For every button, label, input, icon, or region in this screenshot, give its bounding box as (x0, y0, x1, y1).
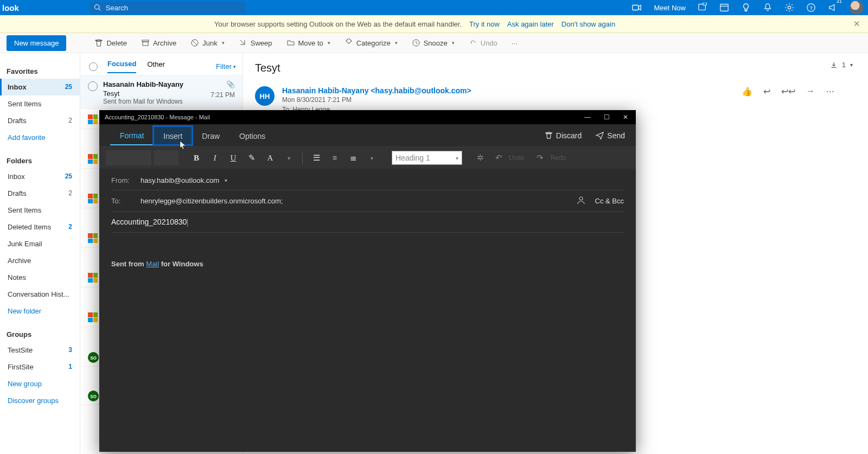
tab-options[interactable]: Options (229, 126, 275, 145)
ask-later-link[interactable]: Ask again later (507, 20, 554, 28)
groups-header[interactable]: Groups (0, 327, 80, 342)
tab-other[interactable]: Other (147, 60, 165, 73)
discover-groups[interactable]: Discover groups (0, 392, 80, 409)
tab-focused[interactable]: Focused (107, 60, 136, 73)
highlight-button[interactable]: ✎ (244, 150, 260, 166)
bullet-list-button[interactable]: ☰ (308, 150, 324, 166)
subject-field[interactable]: Accounting_20210830 (111, 212, 624, 233)
number-list-button[interactable]: ≡ (327, 150, 343, 166)
ms-logo-icon (88, 273, 98, 283)
align-button[interactable]: ≣ (345, 150, 361, 166)
like-icon[interactable]: 👍 (742, 86, 752, 97)
add-favorite[interactable]: Add favorite (0, 129, 80, 146)
forward-icon[interactable]: → (806, 86, 815, 97)
select-checkbox[interactable] (88, 81, 98, 91)
compose-title: Accounting_20210830 - Message - Mail (105, 114, 210, 120)
contacts-icon[interactable] (577, 196, 585, 206)
font-family-dropdown[interactable] (106, 150, 151, 165)
undo-compose-button[interactable]: ↶ (490, 150, 507, 166)
reply-all-icon[interactable]: ↩↩ (781, 86, 795, 97)
redo-compose-button[interactable]: ↷ (532, 150, 548, 166)
calendar-icon[interactable] (719, 3, 729, 12)
chevron-down-icon[interactable]: ▾ (280, 150, 297, 166)
new-folder[interactable]: New folder (0, 303, 80, 319)
more-icon[interactable]: ⋯ (826, 86, 834, 97)
compose-window: Accounting_20210830 - Message - Mail — ☐… (99, 110, 636, 452)
cursor-pointer (180, 140, 187, 152)
close-button[interactable]: ✕ (623, 113, 628, 121)
discard-button[interactable]: Discard (545, 131, 582, 140)
megaphone-icon[interactable]: 21 (828, 3, 838, 12)
compose-body[interactable]: Sent from Mail for Windows (99, 233, 636, 280)
select-all-checkbox[interactable] (89, 62, 98, 71)
nav-sent[interactable]: Sent Items (0, 95, 80, 112)
filter-button[interactable]: Filter▾ (216, 62, 236, 71)
nav-notes[interactable]: Notes (0, 269, 80, 286)
sweep-button[interactable]: Sweep (239, 39, 272, 47)
undo-button[interactable]: Undo (469, 39, 497, 47)
svg-rect-8 (143, 42, 148, 46)
video-icon[interactable] (632, 3, 642, 12)
user-avatar[interactable] (850, 1, 864, 15)
lightbulb-icon[interactable] (741, 3, 751, 12)
msg-from: Hasanain Habib-Nayany (103, 80, 235, 88)
styles-button[interactable]: ✲ (472, 150, 488, 166)
nav-inbox-2[interactable]: Inbox25 (0, 168, 80, 185)
meet-now-button[interactable]: Meet Now (654, 4, 686, 12)
chevron-down-icon[interactable]: ▾ (225, 177, 227, 183)
heading-dropdown[interactable]: Heading 1▾ (392, 151, 462, 165)
search-input[interactable]: Search (90, 1, 246, 14)
underline-button[interactable]: U (225, 150, 241, 166)
new-message-button[interactable]: New message (7, 35, 66, 51)
nav-drafts-2[interactable]: Drafts2 (0, 185, 80, 202)
nav-archive[interactable]: Archive (0, 252, 80, 269)
folders-header[interactable]: Folders (0, 154, 80, 168)
nav-testsite[interactable]: TestSite3 (0, 342, 80, 359)
tab-format[interactable]: Format (110, 126, 154, 145)
nav-junk[interactable]: Junk Email (0, 235, 80, 252)
delete-button[interactable]: Delete (94, 39, 127, 47)
compose-titlebar[interactable]: Accounting_20210830 - Message - Mail — ☐… (99, 110, 636, 124)
svg-text:?: ? (809, 5, 813, 11)
help-icon[interactable]: ? (806, 3, 816, 12)
reading-download[interactable]: 1▾ (830, 61, 853, 69)
more-button[interactable]: ··· (512, 39, 518, 47)
try-it-now-link[interactable]: Try it now (469, 20, 500, 28)
to-field[interactable]: To: henrylegge@citizenbuilders.onmicroso… (111, 190, 624, 212)
italic-button[interactable]: I (207, 150, 223, 166)
mail-link[interactable]: Mail (146, 260, 159, 268)
tab-draw[interactable]: Draw (192, 126, 229, 145)
nav-conversation[interactable]: Conversation Hist... (0, 286, 80, 303)
send-button[interactable]: Send (596, 131, 625, 140)
font-size-dropdown[interactable] (154, 150, 178, 165)
nav-inbox[interactable]: Inbox25 (0, 79, 80, 95)
nav-drafts[interactable]: Drafts2 (0, 112, 80, 129)
teams-icon[interactable] (698, 3, 707, 12)
font-color-button[interactable]: A (262, 150, 278, 166)
bell-icon[interactable] (763, 3, 773, 12)
move-to-button[interactable]: Move to▾ (286, 39, 330, 47)
signature: Sent from Mail for Windows (111, 260, 624, 268)
maximize-button[interactable]: ☐ (604, 113, 610, 121)
minimize-button[interactable]: — (584, 113, 591, 121)
junk-button[interactable]: Junk▾ (190, 39, 224, 47)
msg-preview: Sent from Mail for Windows (103, 98, 235, 105)
dont-show-link[interactable]: Don't show again (561, 20, 615, 28)
message-item[interactable]: Hasanain Habib-Nayany Tesyt Sent from Ma… (80, 76, 242, 109)
sender-avatar: HH (255, 86, 275, 106)
close-icon[interactable]: ✕ (853, 19, 860, 29)
nav-firstsite[interactable]: FirstSite1 (0, 359, 80, 375)
nav-sent-2[interactable]: Sent Items (0, 202, 80, 219)
from-field[interactable]: From: hasy.habib@outlook.com ▾ (111, 171, 624, 190)
categorize-button[interactable]: Categorize▾ (344, 39, 398, 47)
nav-deleted[interactable]: Deleted Items2 (0, 219, 80, 235)
cc-bcc-button[interactable]: Cc & Bcc (595, 197, 624, 205)
reply-icon[interactable]: ↩ (763, 86, 770, 97)
archive-button[interactable]: Archive (141, 39, 176, 47)
new-group[interactable]: New group (0, 375, 80, 392)
bold-button[interactable]: B (188, 150, 205, 166)
favorites-header[interactable]: Favorites (0, 64, 80, 79)
gear-icon[interactable] (784, 3, 794, 12)
snooze-button[interactable]: Snooze▾ (412, 39, 455, 47)
chevron-down-icon[interactable]: ▾ (363, 150, 380, 166)
